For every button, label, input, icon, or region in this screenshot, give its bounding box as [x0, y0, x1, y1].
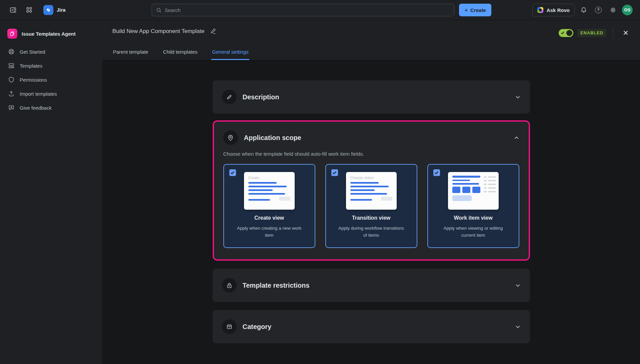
- create-view-checkbox[interactable]: [229, 169, 236, 176]
- search-input[interactable]: [165, 7, 450, 13]
- toggle-knob: [566, 30, 572, 36]
- sidebar: Issue Templates Agent Get Started Templa…: [0, 20, 102, 364]
- global-search[interactable]: [152, 4, 454, 16]
- category-badge: [222, 319, 237, 334]
- sidebar-item-give-feedback[interactable]: Give feedback: [4, 101, 98, 115]
- shield-icon: [8, 76, 15, 83]
- scope-card-description: Apply during workflow transitions of ite…: [336, 225, 406, 239]
- lifebuoy-icon: [8, 48, 15, 55]
- sidebar-app-header[interactable]: Issue Templates Agent: [4, 27, 98, 45]
- section-category[interactable]: Category: [213, 310, 530, 343]
- tab-general-settings[interactable]: General settings: [211, 49, 249, 60]
- transition-view-checkbox[interactable]: [331, 169, 338, 176]
- section-title-description: Description: [243, 93, 279, 101]
- notifications-button[interactable]: [578, 4, 589, 16]
- application-scope-highlight-border: Application scope Choose when the templa…: [213, 120, 530, 261]
- sidebar-expand-button[interactable]: [7, 4, 19, 16]
- rovo-logo-icon: [537, 7, 543, 13]
- transition-view-illustration: Change status: [346, 172, 397, 210]
- section-title-category: Category: [243, 323, 272, 331]
- close-panel-button[interactable]: ✕: [620, 27, 631, 39]
- main-panel: Build New App Component Template Parent …: [102, 20, 640, 364]
- section-title-application-scope: Application scope: [244, 134, 301, 142]
- template-title: Build New App Component Template: [112, 28, 205, 35]
- header-divider: [613, 27, 613, 39]
- sidebar-item-templates[interactable]: Templates: [4, 59, 98, 73]
- search-icon: [156, 7, 162, 13]
- create-button[interactable]: + Create: [459, 4, 491, 16]
- jira-home-link[interactable]: Jira: [43, 5, 66, 15]
- bell-icon: [580, 7, 587, 13]
- scope-card-transition-view[interactable]: Change status Transition view Apply duri…: [325, 164, 417, 248]
- template-restrictions-badge: [222, 278, 237, 293]
- close-icon: ✕: [623, 29, 629, 37]
- scope-card-title: Work item view: [434, 215, 513, 221]
- lock-icon: [226, 282, 233, 289]
- application-scope-badge: [223, 130, 238, 145]
- issue-templates-app-icon: [7, 29, 17, 39]
- templates-layout-icon: [8, 62, 15, 69]
- scope-card-work-item-view[interactable]: Work item view Apply when viewing or edi…: [427, 164, 519, 248]
- app-switcher-grid-icon: [26, 7, 32, 13]
- chevron-down-icon[interactable]: [515, 283, 521, 288]
- scope-options-row: Create Create view Apply when creating a…: [223, 164, 519, 248]
- plus-icon: +: [464, 7, 468, 13]
- section-application-scope: Application scope Choose when the templa…: [214, 122, 529, 259]
- pen-icon: [226, 94, 233, 101]
- application-scope-header[interactable]: Application scope: [223, 130, 519, 145]
- create-view-illustration: Create: [244, 172, 295, 210]
- scope-card-description: Apply when viewing or editing current it…: [438, 225, 508, 239]
- section-description[interactable]: Description: [213, 80, 530, 114]
- jira-logo-icon: [43, 5, 53, 15]
- description-badge: [222, 90, 237, 104]
- settings-tabs: Parent template Child templates General …: [112, 49, 249, 60]
- sidebar-item-get-started[interactable]: Get Started: [4, 45, 98, 59]
- sidebar-app-title: Issue Templates Agent: [22, 31, 76, 37]
- status-badge: ENABLED: [577, 29, 606, 37]
- section-template-restrictions[interactable]: Template restrictions: [213, 269, 530, 302]
- gear-icon: [610, 7, 616, 13]
- scope-card-title: Create view: [230, 215, 309, 221]
- tab-parent-template[interactable]: Parent template: [112, 49, 149, 60]
- sidebar-item-import-templates[interactable]: Import templates: [4, 87, 98, 101]
- help-button[interactable]: ?: [593, 4, 604, 16]
- app-name: Jira: [57, 7, 66, 13]
- sidebar-expand-icon: [10, 7, 16, 13]
- settings-button[interactable]: [607, 4, 619, 16]
- section-title-template-restrictions: Template restrictions: [243, 282, 310, 289]
- scope-card-title: Transition view: [332, 215, 411, 221]
- tab-child-templates[interactable]: Child templates: [162, 49, 198, 60]
- chevron-up-icon[interactable]: [514, 135, 519, 141]
- sidebar-item-permissions[interactable]: Permissions: [4, 73, 98, 87]
- ask-rovo-button[interactable]: Ask Rovo: [532, 4, 575, 16]
- chevron-down-icon[interactable]: [515, 94, 521, 100]
- location-pin-icon: [227, 134, 234, 141]
- chevron-down-icon[interactable]: [515, 324, 521, 330]
- work-item-view-checkbox[interactable]: [433, 169, 440, 176]
- upload-icon: [8, 90, 15, 97]
- archive-box-icon: [226, 323, 233, 330]
- user-avatar[interactable]: OS: [622, 5, 633, 15]
- work-item-view-illustration: [448, 172, 499, 210]
- application-scope-subtitle: Choose when the template field should au…: [223, 151, 519, 157]
- top-app-bar: Jira + Create Ask Rovo: [0, 0, 640, 20]
- enabled-toggle[interactable]: [559, 29, 573, 37]
- app-switcher-button[interactable]: [23, 4, 35, 16]
- help-icon: ?: [595, 7, 602, 13]
- scope-card-description: Apply when creating a new work item: [234, 225, 304, 239]
- toggle-check-icon: [561, 31, 565, 35]
- feedback-bubble-icon: [8, 104, 15, 111]
- settings-content: Description: [102, 60, 640, 364]
- scope-card-create-view[interactable]: Create Create view Apply when creating a…: [223, 164, 315, 248]
- template-panel-header: Build New App Component Template Parent …: [102, 20, 640, 60]
- edit-title-pencil-icon[interactable]: [210, 28, 216, 35]
